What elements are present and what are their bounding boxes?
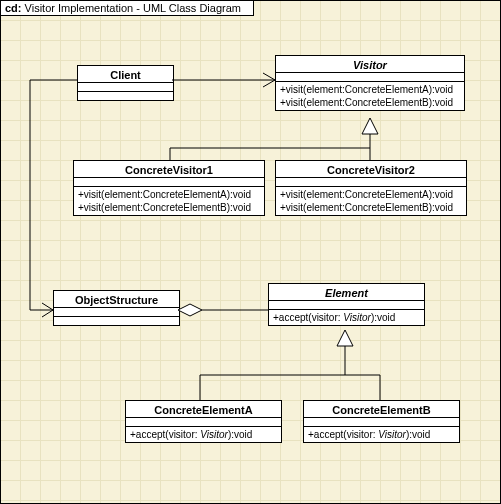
operation: +visit(element:ConcreteElementA):void	[280, 83, 460, 96]
class-name: ConcreteElementB	[304, 401, 459, 417]
class-visitor: Visitor +visit(element:ConcreteElementA)…	[275, 55, 465, 111]
operation: +accept(visitor: Visitor):void	[130, 428, 277, 441]
operation: +visit(element:ConcreteElementB):void	[280, 201, 462, 214]
frame-label: cd: Visitor Implementation - UML Class D…	[1, 1, 254, 16]
class-concrete-element-a: ConcreteElementA +accept(visitor: Visito…	[125, 400, 282, 443]
class-concrete-visitor-1: ConcreteVisitor1 +visit(element:Concrete…	[73, 160, 265, 216]
class-name: Client	[78, 66, 173, 82]
class-concrete-visitor-2: ConcreteVisitor2 +visit(element:Concrete…	[275, 160, 467, 216]
class-concrete-element-b: ConcreteElementB +accept(visitor: Visito…	[303, 400, 460, 443]
class-name: ObjectStructure	[54, 291, 179, 307]
operation: +visit(element:ConcreteElementB):void	[280, 96, 460, 109]
operation: +visit(element:ConcreteElementA):void	[280, 188, 462, 201]
class-client: Client	[77, 65, 174, 101]
frame-title: Visitor Implementation - UML Class Diagr…	[25, 2, 241, 14]
operation: +accept(visitor: Visitor):void	[308, 428, 455, 441]
class-name: ConcreteVisitor2	[276, 161, 466, 177]
class-name: ConcreteVisitor1	[74, 161, 264, 177]
operation: +visit(element:ConcreteElementB):void	[78, 201, 260, 214]
operation: +accept(visitor: Visitor):void	[273, 311, 420, 324]
class-name: Visitor	[276, 56, 464, 72]
class-name: Element	[269, 284, 424, 300]
class-object-structure: ObjectStructure	[53, 290, 180, 326]
frame-kind: cd:	[5, 2, 22, 14]
class-name: ConcreteElementA	[126, 401, 281, 417]
operation: +visit(element:ConcreteElementA):void	[78, 188, 260, 201]
class-element: Element +accept(visitor: Visitor):void	[268, 283, 425, 326]
